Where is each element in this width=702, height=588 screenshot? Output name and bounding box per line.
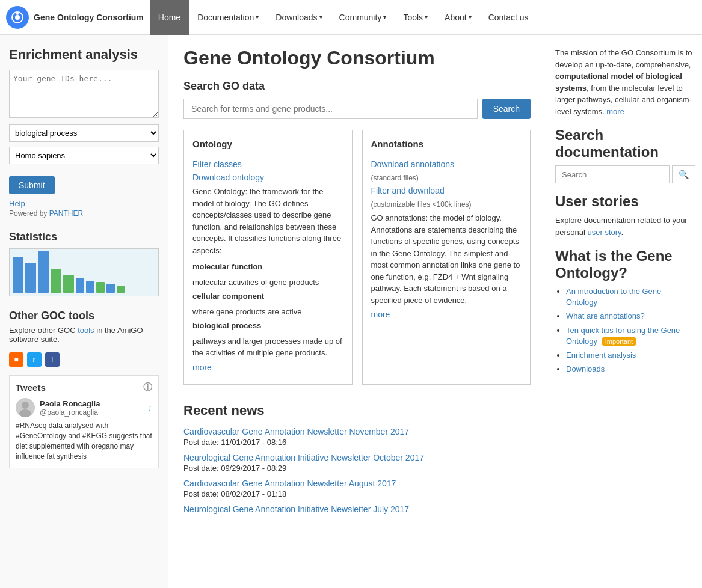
header: Gene Ontology Consortium Home Documentat… xyxy=(0,0,702,35)
cellular-component-term: cellular component xyxy=(192,290,343,302)
annotations-card-title: Annotations xyxy=(371,139,522,153)
cards-row: Ontology Filter classes Download ontolog… xyxy=(183,130,531,385)
list-item: What are annotations? xyxy=(566,311,693,322)
search-doc-title: Search documentation xyxy=(555,127,693,161)
annotations-more-link[interactable]: more xyxy=(371,310,522,319)
recent-news-section: Recent news Cardiovascular Gene Annotati… xyxy=(183,403,531,514)
news-link-3[interactable]: Cardiovascular Gene Annotation Newslette… xyxy=(183,479,396,488)
download-ontology-link[interactable]: Download ontology xyxy=(192,173,343,182)
user-story-link[interactable]: user story xyxy=(587,228,621,237)
twitter-icon[interactable]: 𝕣 xyxy=(27,352,42,367)
rss-icon[interactable]: ■ xyxy=(9,352,23,367)
news-link-1[interactable]: Cardiovascular Gene Annotation Newslette… xyxy=(183,427,409,436)
molecular-function-desc: molecular activities of gene products xyxy=(192,277,343,289)
svg-point-3 xyxy=(22,402,29,409)
twitter-bird-icon: 𝕣 xyxy=(148,403,152,412)
tweet-author-name: Paola Roncaglia xyxy=(40,399,100,408)
search-input[interactable] xyxy=(183,99,478,119)
ontology-card: Ontology Filter classes Download ontolog… xyxy=(183,130,353,385)
download-annotations-note: (standard files) xyxy=(371,174,419,182)
search-bar: Search xyxy=(183,99,531,119)
doc-search-bar: 🔍 xyxy=(555,165,693,183)
what-is-list: An introduction to the Gene Ontology Wha… xyxy=(555,286,693,375)
tweets-section: Tweets ⓘ Paola Roncaglia @paola_roncagli… xyxy=(9,375,159,468)
enrichment-link[interactable]: Enrichment analysis xyxy=(566,351,636,360)
chevron-down-icon: ▾ xyxy=(425,14,428,20)
site-name-label: Gene Ontology Consortium xyxy=(34,13,144,22)
nav-downloads[interactable]: Downloads ▾ xyxy=(267,0,330,35)
filter-classes-link[interactable]: Filter classes xyxy=(192,159,343,169)
post-date-2: Post date: 09/29/2017 - 08:29 xyxy=(183,464,531,473)
chevron-down-icon: ▾ xyxy=(256,14,259,20)
facebook-icon[interactable]: f xyxy=(45,352,60,367)
sidebar: Enrichment analysis biological process m… xyxy=(0,35,168,588)
chevron-down-icon: ▾ xyxy=(469,14,472,20)
what-is-title: What is the Gene Ontology? xyxy=(555,248,693,281)
other-goc-section: Other GOC tools Explore other GOC tools … xyxy=(9,310,159,344)
intro-link[interactable]: An introduction to the Gene Ontology xyxy=(566,287,661,307)
list-item: Downloads xyxy=(566,364,693,375)
ontology-description: Gene Ontology: the framework for the mod… xyxy=(192,186,343,256)
species-select[interactable]: Homo sapiens Mus musculus xyxy=(9,147,159,164)
nav-community[interactable]: Community ▾ xyxy=(331,0,395,35)
filter-download-note: (customizable files <100k lines) xyxy=(371,200,472,209)
news-item: Neurological Gene Annotation Initiative … xyxy=(183,453,531,473)
doc-search-button[interactable]: 🔍 xyxy=(672,165,695,183)
list-item: Ten quick tips for using the Gene Ontolo… xyxy=(566,325,693,347)
gene-ids-input[interactable] xyxy=(9,70,159,118)
ontology-card-title: Ontology xyxy=(192,139,343,153)
submit-button[interactable]: Submit xyxy=(9,176,55,194)
svg-point-1 xyxy=(15,15,20,20)
annotations-link[interactable]: What are annotations? xyxy=(566,311,645,320)
panther-link[interactable]: PANTHER xyxy=(49,209,83,218)
news-link-2[interactable]: Neurological Gene Annotation Initiative … xyxy=(183,453,424,462)
news-item: Cardiovascular Gene Annotation Newslette… xyxy=(183,427,531,447)
logo-icon xyxy=(6,6,29,29)
nav-documentation[interactable]: Documentation ▾ xyxy=(189,0,267,35)
statistics-chart xyxy=(9,248,159,296)
social-icons: ■ 𝕣 f xyxy=(9,352,159,367)
powered-by-label: Powered by PANTHER xyxy=(9,209,159,218)
doc-search-input[interactable] xyxy=(555,165,670,183)
important-badge: Important xyxy=(602,337,636,346)
mission-more-link[interactable]: more xyxy=(606,107,624,116)
svg-point-4 xyxy=(19,409,31,417)
biological-process-term: biological process xyxy=(192,320,343,332)
recent-news-title: Recent news xyxy=(183,403,531,418)
statistics-title: Statistics xyxy=(9,231,159,243)
ontology-more-link[interactable]: more xyxy=(192,363,343,372)
statistics-section: Statistics xyxy=(9,231,159,296)
search-go-data-section: Search GO data Search xyxy=(183,80,531,119)
tools-link[interactable]: tools xyxy=(78,326,94,335)
biological-process-desc: pathways and larger processes made up of… xyxy=(192,335,343,359)
main-content: Gene Ontology Consortium Search GO data … xyxy=(168,35,546,588)
sidebar-help-area: Help xyxy=(9,199,159,208)
nav-contact[interactable]: Contact us xyxy=(480,0,537,35)
post-date-1: Post date: 11/01/2017 - 08:16 xyxy=(183,438,531,447)
tweets-title: Tweets xyxy=(16,382,46,393)
tweet-content: #RNAseq data analysed with #GeneOntology… xyxy=(16,421,152,461)
user-stories-text: Explore documentation related to your pe… xyxy=(555,215,693,238)
help-link[interactable]: Help xyxy=(9,199,25,208)
news-link-4[interactable]: Neurological Gene Annotation Initiative … xyxy=(183,504,409,514)
annotations-description: GO annotations: the model of biology. An… xyxy=(371,212,522,306)
ontology-select[interactable]: biological process molecular function ce… xyxy=(9,124,159,142)
list-item: Enrichment analysis xyxy=(566,350,693,361)
page-title: Gene Ontology Consortium xyxy=(183,47,531,69)
search-button[interactable]: Search xyxy=(482,99,531,119)
info-icon[interactable]: ⓘ xyxy=(143,382,152,393)
filter-download-link[interactable]: Filter and download xyxy=(371,186,522,195)
tweet-avatar xyxy=(16,398,35,417)
download-annotations-link[interactable]: Download annotations xyxy=(371,159,522,169)
downloads-link[interactable]: Downloads xyxy=(566,364,605,373)
right-col: The mission of the GO Consortium is to d… xyxy=(546,35,702,588)
enrichment-title: Enrichment analysis xyxy=(9,47,159,63)
nav-home[interactable]: Home xyxy=(150,0,189,35)
user-stories-title: User stories xyxy=(555,193,693,210)
chevron-down-icon: ▾ xyxy=(383,14,386,20)
molecular-function-term: molecular function xyxy=(192,261,343,273)
site-logo[interactable]: Gene Ontology Consortium xyxy=(6,6,144,29)
nav-tools[interactable]: Tools ▾ xyxy=(395,0,436,35)
tweet-author-handle: @paola_roncaglia xyxy=(40,408,100,417)
nav-about[interactable]: About ▾ xyxy=(436,0,480,35)
